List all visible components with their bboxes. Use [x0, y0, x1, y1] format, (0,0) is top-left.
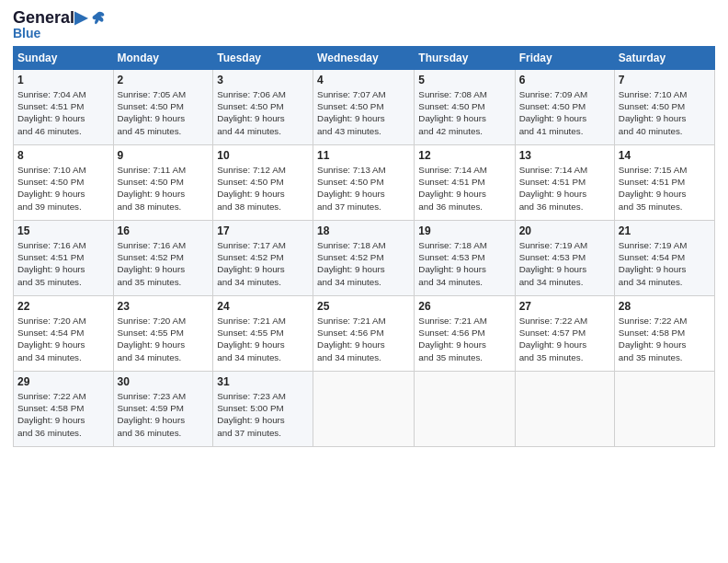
day-detail: Sunrise: 7:18 AM Sunset: 4:53 PM Dayligh…	[418, 239, 510, 288]
day-number: 2	[118, 73, 210, 87]
day-number: 30	[118, 374, 210, 389]
calendar-cell: 2Sunrise: 7:05 AM Sunset: 4:50 PM Daylig…	[113, 69, 213, 144]
day-detail: Sunrise: 7:22 AM Sunset: 4:58 PM Dayligh…	[619, 315, 711, 363]
calendar-page: General▶ Blue SundayMondayTuesdayWednesd…	[0, 0, 728, 563]
calendar-cell: 9Sunrise: 7:11 AM Sunset: 4:50 PM Daylig…	[113, 144, 213, 220]
calendar-header-saturday: Saturday	[614, 46, 714, 69]
calendar-cell: 8Sunrise: 7:10 AM Sunset: 4:50 PM Daylig…	[14, 144, 114, 220]
calendar-header-row: SundayMondayTuesdayWednesdayThursdayFrid…	[14, 46, 715, 69]
day-detail: Sunrise: 7:05 AM Sunset: 4:50 PM Dayligh…	[118, 88, 210, 137]
day-detail: Sunrise: 7:22 AM Sunset: 4:58 PM Dayligh…	[17, 390, 109, 439]
calendar-week-row: 1Sunrise: 7:04 AM Sunset: 4:51 PM Daylig…	[14, 69, 715, 144]
calendar-cell: 11Sunrise: 7:13 AM Sunset: 4:50 PM Dayli…	[313, 144, 415, 220]
day-detail: Sunrise: 7:21 AM Sunset: 4:55 PM Dayligh…	[217, 315, 309, 363]
calendar-cell	[415, 371, 515, 446]
calendar-cell: 7Sunrise: 7:10 AM Sunset: 4:50 PM Daylig…	[614, 69, 714, 144]
calendar-body: 1Sunrise: 7:04 AM Sunset: 4:51 PM Daylig…	[14, 69, 715, 446]
day-detail: Sunrise: 7:21 AM Sunset: 4:56 PM Dayligh…	[418, 315, 510, 363]
calendar-header-wednesday: Wednesday	[313, 46, 415, 69]
day-detail: Sunrise: 7:11 AM Sunset: 4:50 PM Dayligh…	[118, 164, 210, 213]
day-detail: Sunrise: 7:23 AM Sunset: 5:00 PM Dayligh…	[217, 390, 309, 439]
calendar-cell	[515, 371, 614, 446]
calendar-cell: 10Sunrise: 7:12 AM Sunset: 4:50 PM Dayli…	[213, 144, 313, 220]
calendar-cell: 28Sunrise: 7:22 AM Sunset: 4:58 PM Dayli…	[614, 295, 714, 371]
day-number: 14	[619, 148, 711, 163]
day-number: 11	[317, 148, 410, 163]
day-number: 1	[17, 73, 109, 87]
day-number: 10	[217, 148, 309, 163]
logo-text: General▶	[13, 9, 87, 28]
day-number: 3	[217, 73, 309, 87]
calendar-cell: 5Sunrise: 7:08 AM Sunset: 4:50 PM Daylig…	[415, 69, 515, 144]
calendar-cell: 15Sunrise: 7:16 AM Sunset: 4:51 PM Dayli…	[14, 220, 114, 295]
day-detail: Sunrise: 7:15 AM Sunset: 4:51 PM Dayligh…	[619, 164, 711, 213]
day-detail: Sunrise: 7:14 AM Sunset: 4:51 PM Dayligh…	[519, 164, 610, 213]
day-number: 27	[519, 299, 610, 314]
day-number: 28	[619, 299, 711, 314]
calendar-cell	[313, 371, 415, 446]
day-number: 20	[519, 224, 610, 238]
day-number: 9	[118, 148, 210, 163]
day-detail: Sunrise: 7:16 AM Sunset: 4:51 PM Dayligh…	[17, 239, 109, 288]
day-number: 26	[418, 299, 510, 314]
calendar-header-monday: Monday	[113, 46, 213, 69]
calendar-cell: 4Sunrise: 7:07 AM Sunset: 4:50 PM Daylig…	[313, 69, 415, 144]
day-number: 23	[118, 299, 210, 314]
calendar-cell: 6Sunrise: 7:09 AM Sunset: 4:50 PM Daylig…	[515, 69, 614, 144]
page-header: General▶ Blue	[13, 9, 715, 40]
calendar-cell: 22Sunrise: 7:20 AM Sunset: 4:54 PM Dayli…	[14, 295, 114, 371]
calendar-header-friday: Friday	[515, 46, 614, 69]
calendar-week-row: 22Sunrise: 7:20 AM Sunset: 4:54 PM Dayli…	[14, 295, 715, 371]
day-number: 15	[17, 224, 109, 238]
logo: General▶ Blue	[13, 9, 106, 40]
day-detail: Sunrise: 7:23 AM Sunset: 4:59 PM Dayligh…	[118, 390, 210, 439]
day-number: 8	[17, 148, 109, 163]
day-number: 7	[619, 73, 711, 87]
day-number: 12	[418, 148, 510, 163]
day-detail: Sunrise: 7:20 AM Sunset: 4:54 PM Dayligh…	[17, 315, 109, 363]
day-detail: Sunrise: 7:08 AM Sunset: 4:50 PM Dayligh…	[418, 88, 510, 137]
day-detail: Sunrise: 7:10 AM Sunset: 4:50 PM Dayligh…	[619, 88, 711, 137]
calendar-cell: 31Sunrise: 7:23 AM Sunset: 5:00 PM Dayli…	[213, 371, 313, 446]
day-number: 4	[317, 73, 410, 87]
day-number: 18	[317, 224, 410, 238]
day-number: 6	[519, 73, 610, 87]
day-detail: Sunrise: 7:16 AM Sunset: 4:52 PM Dayligh…	[118, 239, 210, 288]
day-number: 17	[217, 224, 309, 238]
day-detail: Sunrise: 7:20 AM Sunset: 4:55 PM Dayligh…	[118, 315, 210, 363]
logo-blue-text: Blue	[13, 26, 106, 40]
day-detail: Sunrise: 7:19 AM Sunset: 4:54 PM Dayligh…	[619, 239, 711, 288]
logo-bird-icon	[89, 10, 106, 27]
calendar-week-row: 8Sunrise: 7:10 AM Sunset: 4:50 PM Daylig…	[14, 144, 715, 220]
calendar-cell: 19Sunrise: 7:18 AM Sunset: 4:53 PM Dayli…	[415, 220, 515, 295]
calendar-cell: 29Sunrise: 7:22 AM Sunset: 4:58 PM Dayli…	[14, 371, 114, 446]
day-detail: Sunrise: 7:17 AM Sunset: 4:52 PM Dayligh…	[217, 239, 309, 288]
day-detail: Sunrise: 7:09 AM Sunset: 4:50 PM Dayligh…	[519, 88, 610, 137]
day-detail: Sunrise: 7:04 AM Sunset: 4:51 PM Dayligh…	[17, 88, 109, 137]
day-detail: Sunrise: 7:18 AM Sunset: 4:52 PM Dayligh…	[317, 239, 410, 288]
calendar-cell: 24Sunrise: 7:21 AM Sunset: 4:55 PM Dayli…	[213, 295, 313, 371]
calendar-cell: 17Sunrise: 7:17 AM Sunset: 4:52 PM Dayli…	[213, 220, 313, 295]
calendar-cell: 27Sunrise: 7:22 AM Sunset: 4:57 PM Dayli…	[515, 295, 614, 371]
calendar-cell: 21Sunrise: 7:19 AM Sunset: 4:54 PM Dayli…	[614, 220, 714, 295]
calendar-week-row: 29Sunrise: 7:22 AM Sunset: 4:58 PM Dayli…	[14, 371, 715, 446]
calendar-cell: 12Sunrise: 7:14 AM Sunset: 4:51 PM Dayli…	[415, 144, 515, 220]
day-detail: Sunrise: 7:06 AM Sunset: 4:50 PM Dayligh…	[217, 88, 309, 137]
calendar-week-row: 15Sunrise: 7:16 AM Sunset: 4:51 PM Dayli…	[14, 220, 715, 295]
day-number: 13	[519, 148, 610, 163]
calendar-cell: 3Sunrise: 7:06 AM Sunset: 4:50 PM Daylig…	[213, 69, 313, 144]
day-number: 19	[418, 224, 510, 238]
calendar-cell: 23Sunrise: 7:20 AM Sunset: 4:55 PM Dayli…	[113, 295, 213, 371]
day-detail: Sunrise: 7:12 AM Sunset: 4:50 PM Dayligh…	[217, 164, 309, 213]
day-detail: Sunrise: 7:21 AM Sunset: 4:56 PM Dayligh…	[317, 315, 410, 363]
calendar-table: SundayMondayTuesdayWednesdayThursdayFrid…	[13, 46, 715, 447]
calendar-cell: 25Sunrise: 7:21 AM Sunset: 4:56 PM Dayli…	[313, 295, 415, 371]
day-number: 21	[619, 224, 711, 238]
calendar-cell: 20Sunrise: 7:19 AM Sunset: 4:53 PM Dayli…	[515, 220, 614, 295]
calendar-cell: 13Sunrise: 7:14 AM Sunset: 4:51 PM Dayli…	[515, 144, 614, 220]
calendar-cell: 26Sunrise: 7:21 AM Sunset: 4:56 PM Dayli…	[415, 295, 515, 371]
day-number: 25	[317, 299, 410, 314]
day-number: 29	[17, 374, 109, 389]
day-number: 24	[217, 299, 309, 314]
day-detail: Sunrise: 7:19 AM Sunset: 4:53 PM Dayligh…	[519, 239, 610, 288]
